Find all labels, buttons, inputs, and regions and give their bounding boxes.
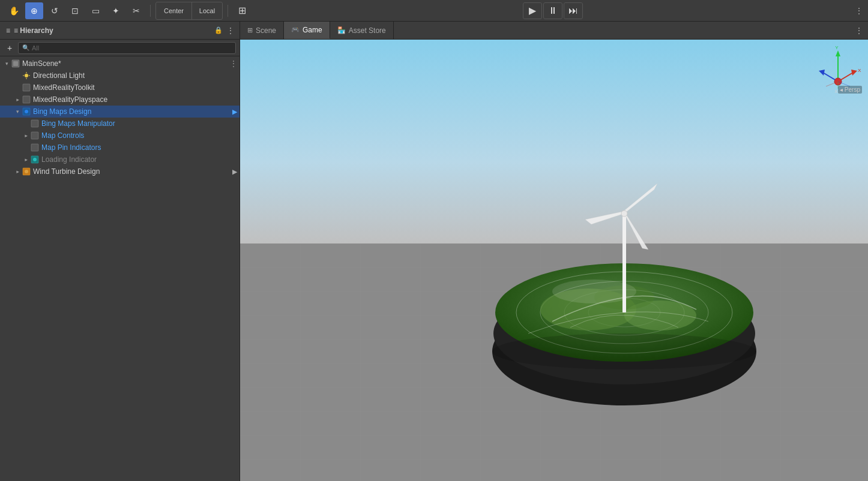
tree-item-mixed-reality-playspace[interactable]: ▾ MixedRealityPlayspace (0, 94, 240, 106)
bing-maps-design-label: Bing Maps Design (33, 107, 91, 116)
expand-arrow-main-scene: ▾ (2, 59, 11, 68)
game-tab-label: Game (303, 26, 322, 34)
hierarchy-more-button[interactable]: ⋮ (226, 26, 235, 35)
loading-indicator-icon (30, 155, 40, 164)
persp-label: ◂ Persp (838, 86, 862, 94)
mixed-reality-playspace-label: MixedRealityPlayspace (33, 95, 107, 104)
expand-arrow-loading-indicator[interactable]: ▾ (22, 155, 30, 164)
rotate-tool-button[interactable]: ↺ (46, 2, 64, 19)
mixed-reality-toolkit-label: MixedRealityToolkit (33, 83, 95, 92)
map-controls-label: Map Controls (41, 131, 84, 140)
bing-maps-manipulator-label: Bing Maps Manipulator (41, 119, 115, 128)
asset-store-tab-label: Asset Store (349, 26, 386, 35)
svg-rect-1 (13, 61, 18, 66)
tree-item-mixed-reality-toolkit[interactable]: ▾ MixedRealityToolkit (0, 82, 240, 94)
tab-game[interactable]: 🎮 Game (284, 22, 330, 39)
separator-1 (150, 5, 151, 17)
manipulator-icon (30, 119, 40, 128)
main-scene-more-button[interactable]: ⋮ (230, 59, 237, 68)
map-pin-indicators-label: Map Pin Indicators (41, 143, 101, 152)
hierarchy-header: ≡ ≡ Hierarchy (0, 22, 59, 39)
space-button[interactable]: Local (192, 2, 222, 19)
tree-item-map-pin-indicators[interactable]: ▾ Map Pin Indicators (0, 142, 240, 154)
asset-store-tab-icon: 🏪 (337, 26, 346, 34)
hierarchy-search-placeholder: All (32, 44, 39, 52)
svg-point-2 (25, 74, 28, 77)
tab-bar: ≡ ≡ Hierarchy 🔒 ⋮ ⊞ Scene 🎮 Game 🏪 Asset… (0, 22, 868, 40)
svg-point-52 (552, 279, 636, 303)
step-button[interactable]: ⏭ (564, 2, 583, 19)
tree-item-bing-maps-design[interactable]: ▾ Bing Maps Design ▶ (0, 106, 240, 118)
svg-text:Y: Y (835, 46, 839, 50)
pivot-button[interactable]: Center (156, 2, 192, 19)
tree-item-map-controls[interactable]: ▾ Map Controls (0, 130, 240, 142)
svg-rect-19 (240, 40, 868, 243)
hand-tool-button[interactable]: ✋ (5, 2, 23, 19)
map-controls-icon (30, 131, 40, 140)
svg-point-10 (25, 110, 28, 113)
rect-tool-button[interactable]: ▭ (86, 2, 104, 19)
hierarchy-title: ≡ Hierarchy (14, 26, 53, 35)
main-scene-label: MainScene* (22, 59, 61, 68)
hierarchy-content: ▾ MainScene* ⋮ ▾ Directional Light ▾ (0, 56, 240, 481)
hierarchy-search-box: 🔍 All (18, 42, 236, 54)
expand-arrow-map-controls[interactable]: ▾ (22, 131, 30, 140)
tree-item-wind-turbine-design[interactable]: ▾ Wind Turbine Design ▶ (0, 166, 240, 178)
hierarchy-toolbar: + 🔍 All (0, 40, 240, 56)
scene-view: Shaded ▾ 2D 👁 🔊 ✦ ⊙ 0 ⊞ ⚙ 📷 ▾ Gizmos ▾ (240, 40, 868, 481)
main-layout: + 🔍 All ▾ MainScene* ⋮ ▾ (0, 40, 868, 481)
hierarchy-lock-button[interactable]: 🔒 (214, 26, 223, 34)
scene-svg (240, 40, 868, 481)
scene-tab-icon: ⊞ (247, 26, 253, 34)
scale-tool-button[interactable]: ⊡ (66, 2, 84, 19)
wind-turbine-expand-icon: ▶ (232, 168, 237, 176)
expand-arrow-mixed-reality-playspace[interactable]: ▾ (13, 95, 22, 104)
scene-icon (11, 59, 20, 68)
tree-item-bing-maps-manipulator[interactable]: ▾ Bing Maps Manipulator (0, 118, 240, 130)
search-icon: 🔍 (22, 44, 29, 51)
view-tabs: ⊞ Scene 🎮 Game 🏪 Asset Store ⋮ (240, 22, 868, 39)
loading-indicator-label: Loading Indicator (41, 155, 97, 164)
toolkit-icon (22, 83, 31, 92)
tab-scene[interactable]: ⊞ Scene (240, 22, 284, 39)
svg-text:X: X (858, 68, 861, 73)
transform-tool-button[interactable]: ✦ (107, 2, 125, 19)
hierarchy-tab-section: ≡ ≡ Hierarchy 🔒 ⋮ (0, 22, 240, 39)
svg-marker-57 (851, 70, 857, 76)
scene-tab-label: Scene (256, 26, 276, 35)
svg-rect-12 (31, 132, 38, 139)
move-tool-button[interactable]: ⊕ (25, 2, 43, 19)
svg-point-15 (33, 158, 37, 161)
expand-arrow-bing-maps-design[interactable]: ▾ (13, 107, 22, 116)
grid-button[interactable]: ⊞ (233, 2, 251, 19)
separator-2 (228, 5, 228, 17)
map-pin-icon (30, 143, 40, 152)
svg-marker-55 (836, 50, 840, 56)
svg-rect-11 (31, 120, 38, 127)
view-tabs-more-button[interactable]: ⋮ (855, 26, 863, 35)
playspace-icon (22, 95, 31, 104)
svg-rect-13 (31, 144, 38, 151)
svg-marker-59 (819, 70, 825, 76)
svg-point-51 (621, 211, 627, 217)
svg-point-53 (492, 333, 756, 369)
bing-maps-icon (22, 107, 31, 116)
play-button[interactable]: ▶ (523, 2, 542, 19)
scene-3d-content: Y X X ◂ Persp (240, 40, 868, 481)
tree-item-loading-indicator[interactable]: ▾ Loading Indicator (0, 154, 240, 166)
light-icon (22, 71, 31, 80)
wind-turbine-design-label: Wind Turbine Design (33, 167, 100, 176)
svg-point-17 (25, 170, 28, 173)
directional-light-label: Directional Light (33, 71, 85, 80)
tree-item-directional-light[interactable]: ▾ Directional Light (0, 70, 240, 82)
svg-rect-7 (23, 84, 30, 91)
pivot-space-group: Center Local (155, 2, 223, 20)
tree-item-main-scene[interactable]: ▾ MainScene* ⋮ (0, 58, 240, 70)
top-toolbar: ✋ ⊕ ↺ ⊡ ▭ ✦ ✂ Center Local ⊞ ▶ ⏸ ⏭ ⋮ (0, 0, 868, 22)
pause-button[interactable]: ⏸ (543, 2, 562, 19)
expand-arrow-wind-turbine-design[interactable]: ▾ (13, 167, 22, 176)
tab-asset-store[interactable]: 🏪 Asset Store (330, 22, 394, 39)
hierarchy-add-button[interactable]: + (4, 40, 16, 56)
custom-tool-button[interactable]: ✂ (127, 2, 145, 19)
top-toolbar-more-button[interactable]: ⋮ (855, 6, 863, 16)
